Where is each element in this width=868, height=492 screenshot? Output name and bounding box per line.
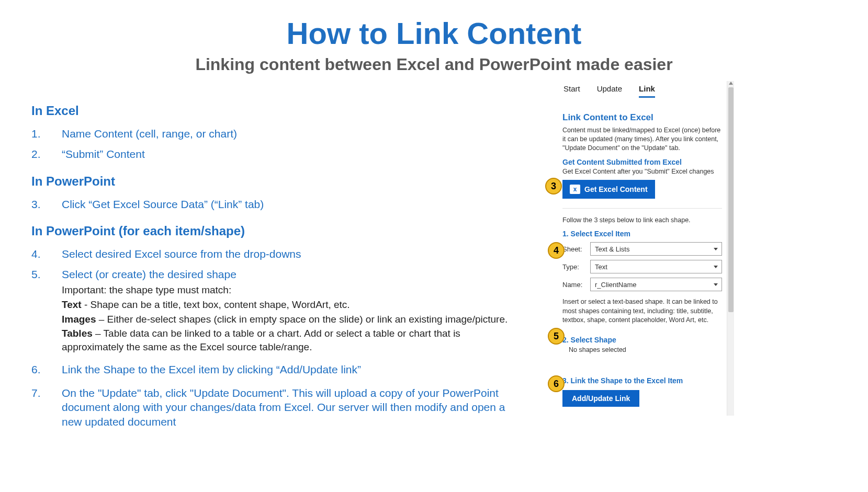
tab-start[interactable]: Start: [563, 84, 580, 98]
excel-icon: x: [570, 185, 580, 194]
tab-update[interactable]: Update: [597, 84, 622, 98]
step-5: 5. Select (or create) the desired shape: [31, 264, 523, 282]
pane-description: Content must be linked/mapped to Excel (…: [562, 126, 722, 153]
get-content-title: Get Content Submitted from Excel: [562, 158, 722, 166]
sheet-dropdown[interactable]: Text & Lists: [590, 242, 722, 256]
step-number: 1.: [31, 127, 62, 141]
label-images: Images: [62, 314, 96, 325]
button-label: Add/Update Link: [572, 394, 630, 403]
callout-4: 4: [548, 242, 565, 259]
step-5-detail: Text - Shape can be a title, text box, c…: [31, 298, 523, 312]
name-value: r_ClientName: [595, 281, 636, 289]
callout-5: 5: [548, 328, 565, 345]
step-text: Name Content (cell, range, or chart): [62, 127, 523, 141]
instructions-column: In Excel 1. Name Content (cell, range, o…: [31, 104, 523, 432]
sheet-value: Text & Lists: [595, 245, 629, 253]
type-dropdown[interactable]: Text: [590, 260, 722, 273]
sheet-label: Sheet:: [562, 245, 586, 253]
name-label: Name:: [562, 281, 586, 289]
step-number: 4.: [31, 247, 62, 261]
add-update-link-button[interactable]: Add/Update Link: [562, 390, 639, 407]
step-text: Link the Shape to the Excel item by clic…: [62, 362, 523, 376]
callout-3: 3: [545, 178, 562, 194]
page-title: How to Link Content: [0, 16, 868, 51]
step-number: 3.: [31, 197, 62, 211]
detail-text: - Shape can be a title, text box, conten…: [82, 299, 350, 310]
callout-6: 6: [548, 375, 565, 392]
sheet-row: Sheet: Text & Lists: [562, 242, 722, 256]
pane-body: Link Content to Excel Content must be li…: [562, 112, 722, 407]
step-number: 5.: [31, 267, 62, 281]
detail-text: – Either de-select shapes (click in empt…: [96, 314, 508, 325]
step-text: Select desired Excel source from the dro…: [62, 247, 523, 261]
step-text: On the "Update" tab, click "Update Docum…: [62, 386, 523, 429]
step-6: 6. Link the Shape to the Excel item by c…: [31, 359, 523, 380]
label-tables: Tables: [62, 328, 93, 339]
label-text: Text: [62, 299, 82, 310]
section-in-powerpoint: In PowerPoint: [31, 174, 523, 189]
step3-header: 3. Link the Shape to the Excel Item: [562, 376, 722, 385]
step-number: 6.: [31, 362, 62, 376]
get-content-desc: Get Excel Content after you "Submit" Exc…: [562, 167, 722, 176]
type-label: Type:: [562, 263, 586, 271]
name-dropdown[interactable]: r_ClientName: [590, 278, 722, 291]
type-value: Text: [595, 263, 607, 271]
divider: [562, 208, 722, 209]
tab-bar: Start Update Link: [562, 81, 722, 98]
step-2: 2. “Submit” Content: [31, 144, 523, 164]
name-row: Name: r_ClientName: [562, 278, 722, 291]
step-1: 1. Name Content (cell, range, or chart): [31, 123, 523, 144]
task-pane: Start Update Link Link Content to Excel …: [562, 81, 722, 416]
step-number: 7.: [31, 386, 62, 429]
step1-header: 1. Select Excel Item: [562, 230, 722, 238]
follow-steps-text: Follow the 3 steps below to link each sh…: [562, 216, 722, 224]
step-text: “Submit” Content: [62, 147, 523, 161]
step2-status: No shapes selected: [562, 346, 722, 353]
page-subtitle: Linking content between Excel and PowerP…: [0, 55, 868, 74]
scroll-up-icon: [729, 81, 733, 85]
tab-link[interactable]: Link: [639, 84, 655, 98]
step-7: 7. On the "Update" tab, click "Update Do…: [31, 383, 523, 432]
step1-help: Insert or select a text-based shape. It …: [562, 298, 722, 325]
step-5-detail: Important: the shape type must match:: [31, 283, 523, 297]
get-excel-content-button[interactable]: x Get Excel Content: [562, 180, 655, 199]
step-5-detail: Images – Either de-select shapes (click …: [31, 313, 523, 326]
pane-title: Link Content to Excel: [562, 112, 722, 123]
step-number: 2.: [31, 147, 62, 161]
step-3: 3. Click “Get Excel Source Data” (“Link”…: [31, 194, 523, 214]
step-text: Select (or create) the desired shape: [62, 267, 523, 281]
type-row: Type: Text: [562, 260, 722, 273]
section-in-powerpoint-each: In PowerPoint (for each item/shape): [31, 224, 523, 238]
section-in-excel: In Excel: [31, 104, 523, 118]
scroll-thumb[interactable]: [728, 87, 734, 312]
button-label: Get Excel Content: [584, 185, 648, 193]
step-text: Click “Get Excel Source Data” (“Link” ta…: [62, 197, 523, 211]
detail-text: – Table data can be linked to a table or…: [62, 328, 460, 352]
step-5-detail: Tables – Table data can be linked to a t…: [31, 327, 523, 353]
step2-header: 2. Select Shape: [562, 336, 722, 344]
step-4: 4. Select desired Excel source from the …: [31, 244, 523, 264]
scrollbar[interactable]: [727, 81, 734, 416]
